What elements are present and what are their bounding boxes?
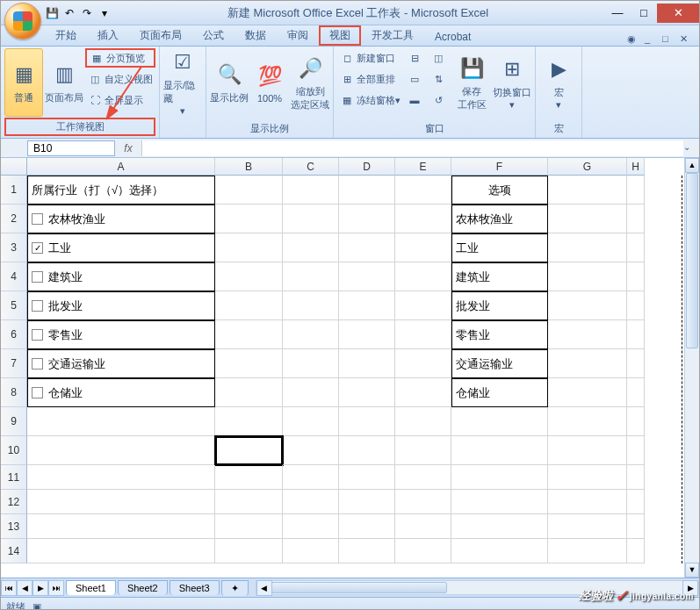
cell-E2[interactable] [395,205,451,233]
cell-D13[interactable] [339,514,395,539]
cell-A4[interactable]: 建筑业 [27,262,215,291]
unhide-button[interactable]: ▬ [405,90,427,110]
cell-G2[interactable] [548,205,627,233]
cell-A7[interactable]: 交通运输业 [27,349,215,378]
cell-D10[interactable] [339,436,395,465]
normal-view-button[interactable]: ▦ 普通 [4,48,43,117]
checkbox-icon[interactable] [32,300,43,312]
sheet-tab-2[interactable]: Sheet2 [118,580,168,595]
row-header-4[interactable]: 4 [1,262,27,291]
cell-C1[interactable] [283,176,339,205]
tab-view[interactable]: 视图 [319,25,361,46]
cell-G4[interactable] [548,262,627,291]
col-header-E[interactable]: E [395,158,451,176]
col-header-G[interactable]: G [548,158,627,176]
cell-D2[interactable] [339,205,395,233]
save-workspace-button[interactable]: 💾 保存 工作区 [452,48,491,117]
row-header-12[interactable]: 12 [1,490,27,514]
cell-G11[interactable] [548,465,627,490]
cell-A12[interactable] [27,490,215,514]
tab-acrobat[interactable]: Acrobat [424,28,481,46]
cell-E3[interactable] [395,233,451,262]
cell-H4[interactable] [627,262,645,291]
cell-C9[interactable] [283,407,339,436]
cell-C10[interactable] [283,436,339,465]
cell-B4[interactable] [215,262,283,291]
zoom-100-button[interactable]: 💯 100% [250,48,289,117]
maximize-button[interactable]: □ [631,4,657,23]
win-restore-inner-icon[interactable]: □ [662,33,675,46]
col-header-B[interactable]: B [215,158,283,176]
arrange-all-button[interactable]: ⊞全部重排 [337,69,403,89]
hide-button[interactable]: ▭ [405,69,427,89]
cell-D8[interactable] [339,378,395,407]
cell-H13[interactable] [627,514,645,539]
cell-A9[interactable] [27,407,215,436]
cell-D6[interactable] [339,320,395,349]
cell-B14[interactable] [215,539,283,563]
cell-F6[interactable]: 零售业 [451,320,548,349]
cell-F1[interactable]: 选项 [451,176,548,205]
cell-E10[interactable] [395,436,451,465]
cell-B3[interactable] [215,233,283,262]
cell-D9[interactable] [339,407,395,436]
cell-B8[interactable] [215,378,283,407]
cell-H6[interactable] [627,320,645,349]
cell-H10[interactable] [627,436,645,465]
cell-E13[interactable] [395,514,451,539]
cell-G14[interactable] [548,539,627,563]
new-window-button[interactable]: ◻新建窗口 [337,48,403,68]
cell-F12[interactable] [451,490,548,514]
cell-F14[interactable] [451,539,548,563]
cell-E1[interactable] [395,176,451,205]
cell-B7[interactable] [215,349,283,378]
cell-C4[interactable] [283,262,339,291]
cell-C3[interactable] [283,233,339,262]
cell-G6[interactable] [548,320,627,349]
cell-H14[interactable] [627,539,645,563]
cell-F8[interactable]: 仓储业 [451,378,548,407]
cell-C2[interactable] [283,205,339,233]
help-icon[interactable]: ◉ [627,33,639,46]
checkbox-icon[interactable] [32,358,43,370]
expand-formula-icon[interactable]: ⌄ [683,142,696,154]
next-sheet-icon[interactable]: ▶ [32,580,48,596]
fx-icon[interactable]: fx [115,142,141,154]
cell-C13[interactable] [283,514,339,539]
cell-E4[interactable] [395,262,451,291]
cell-D7[interactable] [339,349,395,378]
cell-E14[interactable] [395,539,451,563]
custom-views-button[interactable]: ◫ 自定义视图 [85,69,155,89]
scroll-thumb[interactable] [686,173,698,348]
prev-sheet-icon[interactable]: ◀ [17,580,32,596]
freeze-panes-button[interactable]: ▦冻结窗格 ▾ [337,90,403,110]
cell-G13[interactable] [548,514,627,539]
vertical-scrollbar[interactable]: ▲ ▼ [684,158,699,578]
close-button[interactable]: ✕ [657,4,699,23]
cell-G7[interactable] [548,349,627,378]
row-header-3[interactable]: 3 [1,233,27,262]
cell-E12[interactable] [395,490,451,514]
first-sheet-icon[interactable]: ⏮ [1,580,17,596]
cell-D14[interactable] [339,539,395,563]
new-sheet-tab[interactable]: ✦ [221,580,249,596]
tab-developer[interactable]: 开发工具 [361,25,424,46]
tab-formulas[interactable]: 公式 [192,25,235,46]
checkbox-icon[interactable] [32,329,43,341]
cell-D1[interactable] [339,176,395,205]
row-header-5[interactable]: 5 [1,291,27,320]
cell-C8[interactable] [283,378,339,407]
cell-A8[interactable]: 仓储业 [27,378,215,407]
sync-scroll-button[interactable]: ⇅ [429,69,451,89]
cell-F9[interactable] [451,407,548,436]
cell-G12[interactable] [548,490,627,514]
cell-C14[interactable] [283,539,339,563]
side-by-side-button[interactable]: ◫ [429,48,451,68]
cell-A1[interactable]: 所属行业（打（√）选择） [27,176,215,205]
cell-B12[interactable] [215,490,283,514]
cell-A3[interactable]: ✓工业 [27,233,215,262]
row-header-1[interactable]: 1 [1,176,27,205]
checkbox-icon[interactable] [32,213,43,225]
cell-F2[interactable]: 农林牧渔业 [451,205,548,233]
qat-dropdown-icon[interactable]: ▾ [97,6,112,20]
